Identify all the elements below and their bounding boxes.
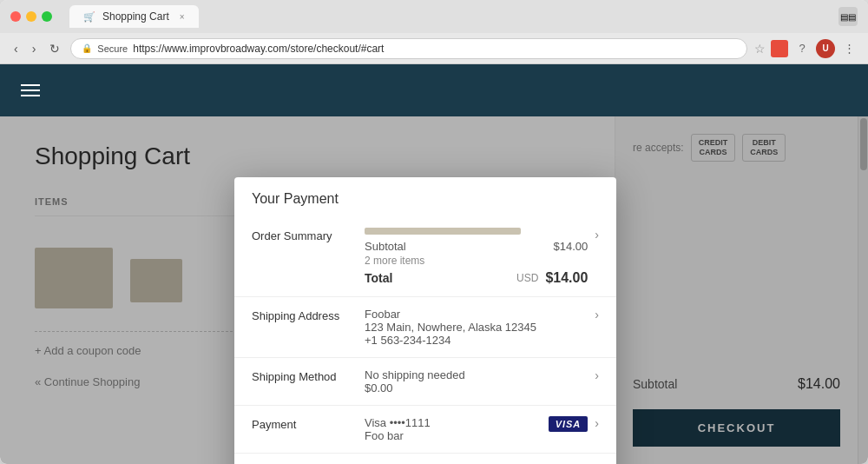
menu-icon[interactable]: ⋮: [840, 40, 858, 57]
address-url: https://www.improvbroadway.com/store/che…: [133, 43, 384, 55]
shipping-address-chevron: ›: [588, 308, 599, 321]
payment-modal: Your Payment Order Summary Subtotal $14.…: [234, 177, 616, 464]
payment-row[interactable]: Payment Visa ••••1111 Foo bar VISA ›: [234, 406, 616, 454]
active-tab[interactable]: 🛒 Shopping Cart ×: [69, 5, 199, 28]
maximize-button[interactable]: [42, 11, 52, 22]
payment-chevron: ›: [588, 416, 599, 430]
shipping-address-row[interactable]: Shipping Address Foobar 123 Main, Nowher…: [234, 297, 616, 358]
order-summary-row[interactable]: Order Summary Subtotal $14.00 2 more ite…: [234, 217, 616, 297]
secure-label: Secure: [97, 43, 128, 54]
shipping-address-value: Foobar 123 Main, Nowhere, Alaska 12345 +…: [365, 308, 588, 347]
order-summary-value: Subtotal $14.00 2 more items Total USD $…: [365, 228, 588, 286]
hamburger-menu[interactable]: [21, 84, 40, 96]
extension-icon[interactable]: [771, 40, 788, 57]
modal-title: Your Payment: [234, 177, 616, 217]
total-amount: $14.00: [545, 270, 588, 286]
visa-logo: VISA: [549, 416, 589, 432]
address-field[interactable]: 🔒 Secure https://www.improvbroadway.com/…: [70, 38, 747, 59]
forward-button[interactable]: ›: [29, 40, 40, 57]
shipping-name: Foobar: [365, 308, 588, 321]
shipping-method-price: $0.00: [365, 381, 588, 394]
refresh-button[interactable]: ↻: [46, 40, 63, 57]
subtotal-line-label: Subtotal: [365, 240, 406, 253]
shipping-phone: +1 563-234-1234: [365, 334, 588, 347]
payment-card-number: Visa ••••1111: [365, 416, 549, 429]
browser-window: 🛒 Shopping Cart × ▤▤ ‹ › ↻ 🔒 Secure http…: [0, 0, 868, 464]
shipping-method-chevron: ›: [588, 368, 599, 382]
help-icon[interactable]: ?: [793, 40, 811, 57]
shipping-method-name: No shipping needed: [365, 368, 588, 381]
order-summary-label: Order Summary: [252, 228, 365, 242]
title-bar: 🛒 Shopping Cart × ▤▤: [0, 0, 868, 33]
shipping-method-row[interactable]: Shipping Method No shipping needed $0.00…: [234, 358, 616, 406]
page-header: [0, 64, 868, 116]
tab-title: Shopping Cart: [102, 10, 169, 23]
payment-details: Visa ••••1111 Foo bar: [365, 416, 549, 442]
close-button[interactable]: [10, 11, 21, 22]
shipping-street: 123 Main, Nowhere, Alaska 12345: [365, 321, 588, 334]
tab-favicon: 🛒: [83, 11, 95, 23]
tab-area: 🛒 Shopping Cart ×: [69, 5, 199, 28]
modal-overlay[interactable]: Your Payment Order Summary Subtotal $14.…: [0, 116, 868, 464]
shipping-address-label: Shipping Address: [252, 308, 365, 322]
page-body: Shopping Cart ITEMS QTY TOTAL $14.00 + A…: [0, 116, 868, 464]
address-bar: ‹ › ↻ 🔒 Secure https://www.improvbroadwa…: [0, 33, 868, 64]
total-currency: USD: [516, 272, 538, 284]
subtotal-line-amount: $14.00: [554, 240, 589, 253]
contact-info-row[interactable]: Contact Info Matthew Holt ›: [234, 454, 616, 464]
subtotal-line: Subtotal $14.00: [365, 240, 588, 253]
order-summary-chevron: ›: [588, 228, 599, 242]
order-summary-bar: [365, 228, 521, 235]
tab-close-button[interactable]: ×: [180, 12, 185, 22]
user-avatar[interactable]: U: [816, 39, 835, 58]
payment-card-right: VISA: [549, 416, 589, 432]
window-controls: ▤▤: [838, 7, 858, 26]
payment-label: Payment: [252, 416, 365, 431]
lock-icon: 🔒: [82, 43, 92, 53]
page-content: Shopping Cart ITEMS QTY TOTAL $14.00 + A…: [0, 64, 868, 464]
shipping-method-value: No shipping needed $0.00: [365, 368, 588, 394]
toolbar-icons: ☆ ? U ⋮: [754, 39, 858, 58]
traffic-lights: [10, 11, 52, 22]
total-label: Total: [365, 271, 392, 285]
back-button[interactable]: ‹: [10, 40, 22, 57]
more-items: 2 more items: [365, 255, 588, 267]
shipping-method-label: Shipping Method: [252, 368, 365, 383]
profile-icon: ▤▤: [838, 7, 858, 26]
order-total: Total USD $14.00: [365, 270, 588, 286]
payment-description: Foo bar: [365, 429, 549, 442]
minimize-button[interactable]: [26, 11, 36, 22]
bookmark-icon[interactable]: ☆: [754, 42, 766, 56]
